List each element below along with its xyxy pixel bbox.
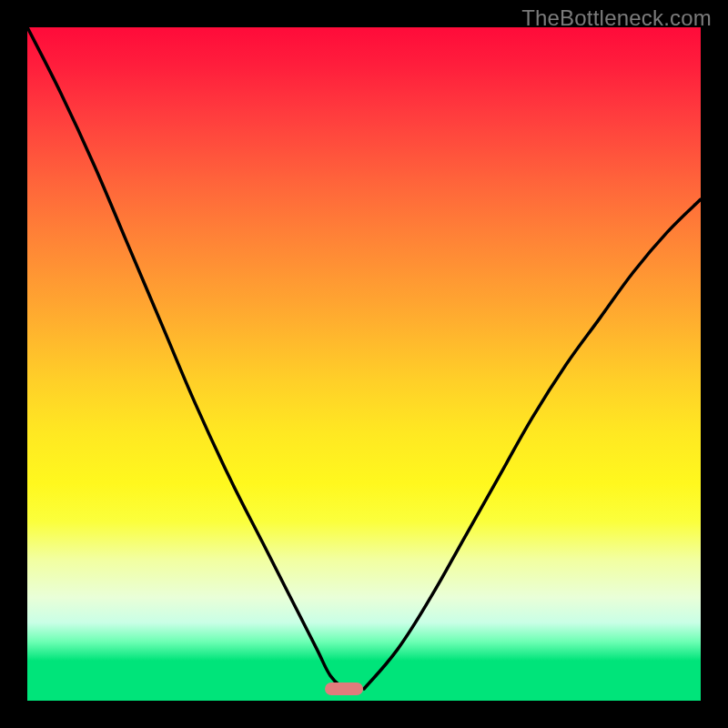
chart-stage: TheBottleneck.com (0, 0, 728, 728)
minimum-marker (325, 682, 363, 695)
green-baseline (27, 661, 701, 701)
background-gradient (27, 27, 701, 661)
plot-area (27, 27, 701, 701)
